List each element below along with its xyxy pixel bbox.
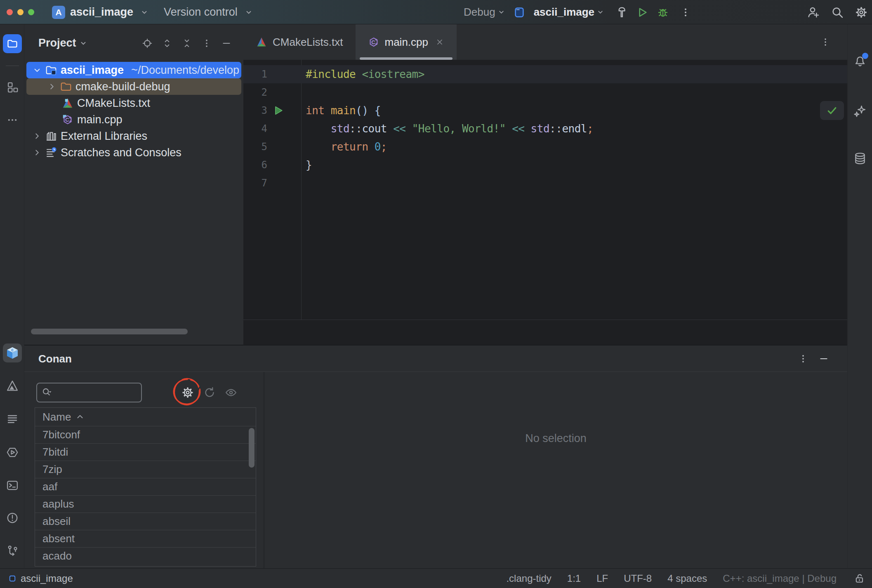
more-horizontal-icon	[7, 114, 18, 126]
build-hammer-icon[interactable]	[615, 6, 628, 19]
tree-row-external-libraries[interactable]: External Libraries	[26, 128, 241, 144]
folder-icon	[60, 80, 72, 93]
conan-refresh-button[interactable]	[203, 386, 217, 400]
terminal-tool-button[interactable]	[3, 476, 22, 495]
services-tool-button[interactable]	[3, 443, 22, 462]
run-target-selector[interactable]: ascii_image	[534, 6, 604, 19]
more-options-icon[interactable]	[798, 353, 808, 364]
conan-cube-icon: c	[5, 346, 19, 360]
column-header-name[interactable]: Name	[35, 408, 256, 426]
list-item[interactable]: absent	[35, 530, 256, 547]
close-window-button[interactable]	[7, 9, 13, 15]
hide-panel-icon[interactable]	[818, 353, 829, 364]
status-project-widget[interactable]: ascii_image	[8, 569, 73, 588]
chevron-right-icon[interactable]	[33, 132, 42, 141]
line-number[interactable]: 2	[243, 87, 267, 98]
cpp-file-icon: C++	[368, 36, 379, 48]
messages-tool-button[interactable]	[3, 409, 22, 428]
chevron-down-icon	[80, 40, 87, 47]
vcs-widget[interactable]: Version control	[164, 6, 238, 19]
ai-assistant-button[interactable]	[853, 104, 867, 118]
tab-options-menu[interactable]	[820, 24, 831, 60]
chevron-down-icon[interactable]	[33, 66, 42, 75]
code-text: }	[267, 159, 312, 171]
search-field[interactable]	[36, 383, 142, 402]
tree-label: CMakeLists.txt	[77, 97, 150, 110]
more-options-icon[interactable]	[201, 38, 212, 49]
list-item[interactable]: acado	[35, 547, 256, 564]
structure-icon	[7, 82, 18, 93]
notifications-button[interactable]	[853, 54, 867, 68]
tree-label: ascii_image	[61, 64, 124, 77]
line-number[interactable]: 1	[243, 68, 267, 80]
collapse-all-icon[interactable]	[181, 38, 192, 49]
code-line: 3int main() {	[243, 101, 847, 120]
list-item[interactable]: 7bitconf	[35, 426, 256, 443]
list-item[interactable]: abseil	[35, 513, 256, 530]
more-tools-button[interactable]	[3, 111, 22, 129]
vertical-scrollbar[interactable]	[249, 428, 255, 468]
project-panel-title[interactable]: Project	[38, 37, 87, 49]
line-number[interactable]: 3	[243, 105, 267, 116]
debug-button[interactable]	[657, 6, 669, 19]
cmake-tool-button[interactable]	[3, 376, 22, 395]
status-item[interactable]: .clang-tidy	[506, 573, 551, 584]
conan-split-divider[interactable]	[264, 372, 264, 568]
tree-row-cmakelists[interactable]: CMakeLists.txt	[26, 95, 241, 111]
chevron-right-icon[interactable]	[33, 148, 42, 157]
tab-cmakelists[interactable]: CMakeLists.txt	[243, 24, 356, 60]
code-editor[interactable]: 1#include <iostream>23int main() {4 std:…	[243, 60, 847, 345]
search-input[interactable]	[53, 386, 131, 399]
list-item[interactable]: aaplus	[35, 495, 256, 513]
problems-tool-button[interactable]	[3, 508, 22, 527]
list-item[interactable]: 7bitdi	[35, 443, 256, 461]
conan-inspect-button[interactable]	[224, 386, 238, 400]
vcs-tool-button[interactable]	[3, 541, 22, 560]
tree-row-main-cpp[interactable]: C++ main.cpp	[26, 111, 241, 128]
list-item[interactable]: aaf	[35, 478, 256, 495]
run-config-selector[interactable]: Debug	[464, 6, 505, 19]
line-number[interactable]: 4	[243, 123, 267, 134]
line-number[interactable]: 5	[243, 141, 267, 153]
status-context[interactable]: C++: ascii_image | Debug	[723, 573, 837, 584]
run-button[interactable]	[636, 6, 648, 19]
gear-icon[interactable]	[855, 6, 868, 19]
tab-main-cpp[interactable]: C++ main.cpp	[356, 24, 457, 60]
status-item[interactable]: LF	[596, 573, 608, 584]
horizontal-scrollbar[interactable]	[31, 329, 188, 334]
minimize-window-button[interactable]	[17, 9, 24, 15]
project-widget[interactable]: ascii_image	[70, 6, 133, 19]
conan-tool-button[interactable]: c	[3, 343, 22, 362]
empty-state-text: No selection	[264, 432, 847, 445]
maximize-window-button[interactable]	[28, 9, 34, 15]
tree-row-project-root[interactable]: ascii_image ~/Documents/develop	[26, 62, 241, 78]
locate-file-icon[interactable]	[142, 38, 153, 49]
project-tool-button[interactable]	[3, 34, 22, 53]
tree-row-cmake-build-debug[interactable]: cmake-build-debug	[26, 78, 241, 95]
add-user-icon[interactable]	[807, 6, 820, 19]
expand-all-icon[interactable]	[162, 38, 172, 49]
close-icon[interactable]	[435, 38, 444, 47]
search-icon[interactable]	[831, 6, 844, 19]
list-item[interactable]: 7zip	[35, 461, 256, 478]
status-item[interactable]: UTF-8	[624, 573, 652, 584]
hide-panel-icon[interactable]	[221, 38, 232, 49]
status-item[interactable]: 1:1	[567, 573, 581, 584]
inspections-widget[interactable]	[820, 101, 844, 120]
unlock-icon[interactable]	[854, 573, 865, 584]
folder-icon	[7, 38, 18, 49]
app-icon[interactable]: A	[52, 6, 65, 19]
database-button[interactable]	[853, 152, 867, 166]
more-vertical-icon[interactable]	[680, 7, 691, 18]
tree-row-scratches[interactable]: Scratches and Consoles	[26, 144, 241, 161]
structure-tool-button[interactable]	[3, 78, 22, 97]
tab-label: main.cpp	[385, 36, 429, 49]
editor-bottom-border	[243, 320, 847, 320]
chevron-right-icon[interactable]	[47, 82, 57, 91]
conan-panel-header: Conan	[24, 346, 847, 372]
line-number[interactable]: 6	[243, 159, 267, 171]
line-number[interactable]: 7	[243, 177, 267, 189]
status-item[interactable]: 4 spaces	[667, 573, 707, 584]
conan-settings-button[interactable]	[181, 386, 195, 400]
run-line-icon[interactable]	[273, 105, 284, 116]
